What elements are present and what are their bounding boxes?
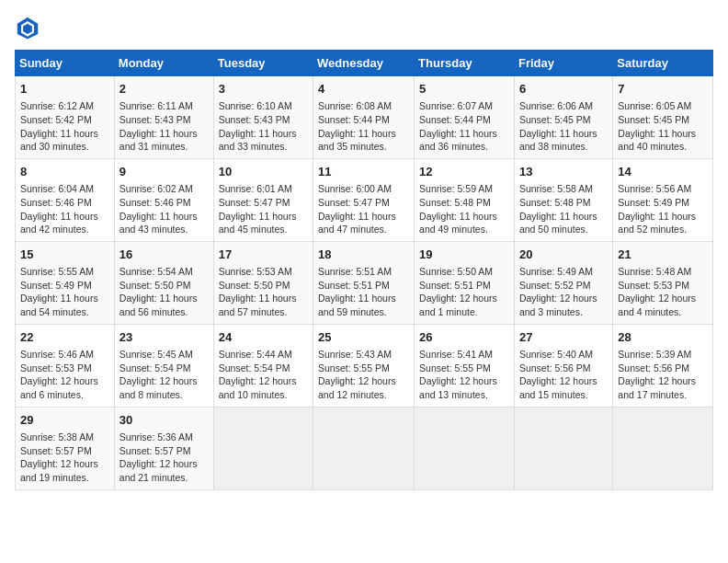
day-detail: Sunrise: 5:54 AMSunset: 5:50 PMDaylight:…	[119, 265, 209, 319]
calendar-cell	[514, 407, 612, 489]
weekday-header-sunday: Sunday	[16, 51, 115, 76]
day-detail: Sunrise: 5:51 AMSunset: 5:51 PMDaylight:…	[318, 265, 409, 319]
day-detail: Sunrise: 5:43 AMSunset: 5:55 PMDaylight:…	[318, 348, 409, 402]
calendar-cell: 5Sunrise: 6:07 AMSunset: 5:44 PMDaylight…	[415, 76, 515, 159]
calendar-week-row: 1Sunrise: 6:12 AMSunset: 5:42 PMDaylight…	[16, 76, 713, 159]
day-number: 29	[20, 412, 109, 429]
weekday-header-saturday: Saturday	[613, 51, 713, 76]
day-number: 1	[20, 81, 109, 98]
calendar-cell	[415, 407, 515, 489]
calendar-cell: 20Sunrise: 5:49 AMSunset: 5:52 PMDayligh…	[514, 241, 612, 324]
day-number: 2	[119, 81, 209, 98]
calendar-cell: 7Sunrise: 6:05 AMSunset: 5:45 PMDaylight…	[613, 76, 713, 159]
day-detail: Sunrise: 5:40 AMSunset: 5:56 PMDaylight:…	[519, 348, 608, 402]
day-number: 20	[519, 247, 608, 263]
day-number: 27	[519, 329, 608, 346]
calendar-table: SundayMondayTuesdayWednesdayThursdayFrid…	[15, 50, 713, 490]
calendar-cell: 2Sunrise: 6:11 AMSunset: 5:43 PMDaylight…	[114, 76, 213, 159]
calendar-cell: 29Sunrise: 5:38 AMSunset: 5:57 PMDayligh…	[16, 407, 115, 489]
day-number: 12	[419, 164, 509, 180]
day-number: 11	[318, 164, 409, 180]
calendar-cell: 27Sunrise: 5:40 AMSunset: 5:56 PMDayligh…	[514, 324, 612, 407]
day-number: 10	[219, 164, 308, 180]
page-header	[15, 15, 713, 40]
day-number: 28	[618, 329, 708, 346]
day-detail: Sunrise: 5:41 AMSunset: 5:55 PMDaylight:…	[419, 348, 509, 402]
calendar-cell: 3Sunrise: 6:10 AMSunset: 5:43 PMDaylight…	[213, 76, 313, 159]
calendar-cell: 23Sunrise: 5:45 AMSunset: 5:54 PMDayligh…	[114, 324, 213, 407]
day-detail: Sunrise: 6:00 AMSunset: 5:47 PMDaylight:…	[318, 182, 409, 236]
day-number: 3	[219, 81, 308, 98]
weekday-header-tuesday: Tuesday	[213, 51, 313, 76]
calendar-cell: 13Sunrise: 5:58 AMSunset: 5:48 PMDayligh…	[514, 158, 612, 241]
calendar-cell: 22Sunrise: 5:46 AMSunset: 5:53 PMDayligh…	[16, 324, 115, 407]
day-detail: Sunrise: 6:08 AMSunset: 5:44 PMDaylight:…	[318, 99, 409, 154]
calendar-week-row: 8Sunrise: 6:04 AMSunset: 5:46 PMDaylight…	[16, 158, 713, 241]
day-number: 26	[419, 329, 509, 346]
calendar-cell: 19Sunrise: 5:50 AMSunset: 5:51 PMDayligh…	[415, 241, 515, 324]
day-number: 4	[318, 81, 409, 98]
day-number: 25	[318, 329, 409, 346]
calendar-cell: 11Sunrise: 6:00 AMSunset: 5:47 PMDayligh…	[313, 158, 415, 241]
day-detail: Sunrise: 6:02 AMSunset: 5:46 PMDaylight:…	[119, 182, 209, 236]
day-detail: Sunrise: 5:44 AMSunset: 5:54 PMDaylight:…	[219, 348, 308, 402]
calendar-cell: 6Sunrise: 6:06 AMSunset: 5:45 PMDaylight…	[514, 76, 612, 159]
calendar-cell	[613, 407, 713, 489]
calendar-cell: 10Sunrise: 6:01 AMSunset: 5:47 PMDayligh…	[213, 158, 313, 241]
calendar-cell: 26Sunrise: 5:41 AMSunset: 5:55 PMDayligh…	[415, 324, 515, 407]
day-number: 16	[119, 247, 209, 263]
day-detail: Sunrise: 5:36 AMSunset: 5:57 PMDaylight:…	[119, 431, 209, 485]
day-detail: Sunrise: 6:10 AMSunset: 5:43 PMDaylight:…	[219, 99, 308, 154]
day-number: 6	[519, 81, 608, 98]
day-detail: Sunrise: 5:39 AMSunset: 5:56 PMDaylight:…	[618, 348, 708, 402]
day-detail: Sunrise: 5:45 AMSunset: 5:54 PMDaylight:…	[119, 348, 209, 402]
day-detail: Sunrise: 5:49 AMSunset: 5:52 PMDaylight:…	[519, 265, 608, 319]
calendar-week-row: 15Sunrise: 5:55 AMSunset: 5:49 PMDayligh…	[16, 241, 713, 324]
day-number: 9	[119, 164, 209, 180]
day-detail: Sunrise: 5:55 AMSunset: 5:49 PMDaylight:…	[20, 265, 109, 319]
day-number: 8	[20, 164, 109, 180]
logo	[15, 15, 44, 40]
calendar-cell: 14Sunrise: 5:56 AMSunset: 5:49 PMDayligh…	[613, 158, 713, 241]
calendar-cell: 12Sunrise: 5:59 AMSunset: 5:48 PMDayligh…	[415, 158, 515, 241]
day-number: 7	[618, 81, 708, 98]
day-number: 14	[618, 164, 708, 180]
day-detail: Sunrise: 5:48 AMSunset: 5:53 PMDaylight:…	[618, 265, 708, 319]
weekday-header-row: SundayMondayTuesdayWednesdayThursdayFrid…	[16, 51, 713, 76]
calendar-cell: 17Sunrise: 5:53 AMSunset: 5:50 PMDayligh…	[213, 241, 313, 324]
calendar-week-row: 22Sunrise: 5:46 AMSunset: 5:53 PMDayligh…	[16, 324, 713, 407]
calendar-cell: 9Sunrise: 6:02 AMSunset: 5:46 PMDaylight…	[114, 158, 213, 241]
calendar-cell: 8Sunrise: 6:04 AMSunset: 5:46 PMDaylight…	[16, 158, 115, 241]
calendar-cell: 21Sunrise: 5:48 AMSunset: 5:53 PMDayligh…	[613, 241, 713, 324]
day-number: 21	[618, 247, 708, 263]
day-number: 17	[219, 247, 308, 263]
day-detail: Sunrise: 5:59 AMSunset: 5:48 PMDaylight:…	[419, 182, 509, 236]
weekday-header-thursday: Thursday	[415, 51, 515, 76]
calendar-cell	[313, 407, 415, 489]
day-number: 23	[119, 329, 209, 346]
calendar-week-row: 29Sunrise: 5:38 AMSunset: 5:57 PMDayligh…	[16, 407, 713, 489]
day-detail: Sunrise: 5:58 AMSunset: 5:48 PMDaylight:…	[519, 182, 608, 236]
day-number: 15	[20, 247, 109, 263]
calendar-cell	[213, 407, 313, 489]
day-detail: Sunrise: 6:12 AMSunset: 5:42 PMDaylight:…	[20, 99, 109, 154]
day-detail: Sunrise: 6:07 AMSunset: 5:44 PMDaylight:…	[419, 99, 509, 154]
calendar-cell: 1Sunrise: 6:12 AMSunset: 5:42 PMDaylight…	[16, 76, 115, 159]
calendar-cell: 16Sunrise: 5:54 AMSunset: 5:50 PMDayligh…	[114, 241, 213, 324]
day-number: 30	[119, 412, 209, 429]
calendar-cell: 18Sunrise: 5:51 AMSunset: 5:51 PMDayligh…	[313, 241, 415, 324]
day-detail: Sunrise: 5:56 AMSunset: 5:49 PMDaylight:…	[618, 182, 708, 236]
logo-icon	[15, 15, 40, 40]
calendar-cell: 30Sunrise: 5:36 AMSunset: 5:57 PMDayligh…	[114, 407, 213, 489]
day-number: 18	[318, 247, 409, 263]
calendar-cell: 15Sunrise: 5:55 AMSunset: 5:49 PMDayligh…	[16, 241, 115, 324]
day-detail: Sunrise: 5:38 AMSunset: 5:57 PMDaylight:…	[20, 431, 109, 485]
calendar-cell: 24Sunrise: 5:44 AMSunset: 5:54 PMDayligh…	[213, 324, 313, 407]
day-detail: Sunrise: 5:53 AMSunset: 5:50 PMDaylight:…	[219, 265, 308, 319]
day-number: 19	[419, 247, 509, 263]
day-detail: Sunrise: 6:06 AMSunset: 5:45 PMDaylight:…	[519, 99, 608, 154]
day-detail: Sunrise: 6:11 AMSunset: 5:43 PMDaylight:…	[119, 99, 209, 154]
day-number: 13	[519, 164, 608, 180]
day-number: 5	[419, 81, 509, 98]
day-detail: Sunrise: 6:04 AMSunset: 5:46 PMDaylight:…	[20, 182, 109, 236]
